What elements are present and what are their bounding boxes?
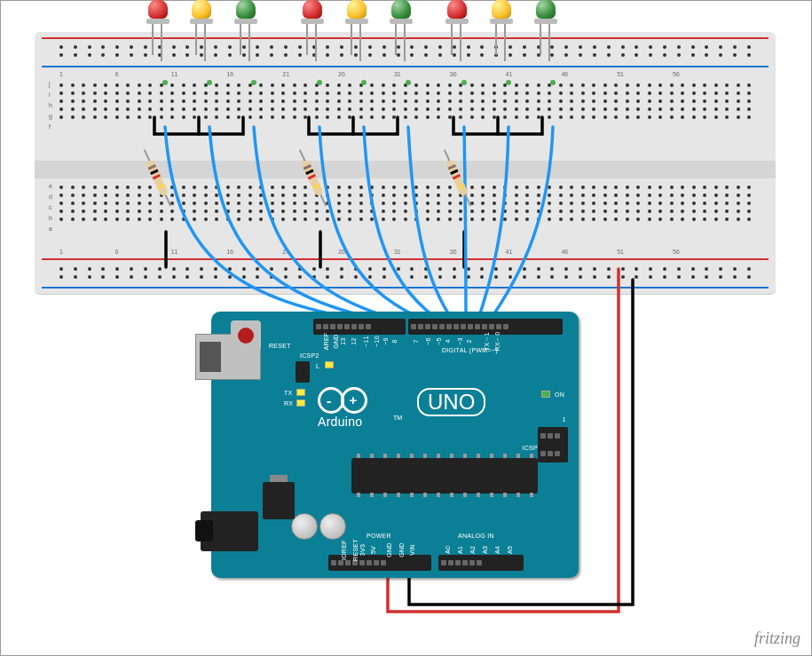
icsp2-label: ICSP2 (300, 352, 319, 359)
row-label: c (49, 204, 52, 210)
led-yellow-2 (344, 0, 369, 33)
capacitor-icon (319, 513, 346, 540)
rail-line-blue (42, 66, 769, 67)
pin-label: ~11 (363, 336, 369, 347)
pin-label: ~3 (457, 337, 463, 345)
pin-label: ~5 (436, 337, 442, 345)
row-label: f (49, 123, 51, 130)
one-label: 1 (563, 416, 566, 423)
pin-label: 4 (445, 339, 451, 343)
rx-led-icon (296, 399, 305, 407)
pin-label: 7 (413, 339, 419, 343)
row-label: e (49, 183, 52, 189)
row-label: g (49, 113, 52, 119)
reset-button (231, 320, 261, 351)
fritzing-credit: fritzing (754, 629, 800, 648)
row-label: i (49, 91, 51, 98)
icsp-header (538, 427, 568, 462)
pin-label: AREF (323, 333, 329, 351)
on-label: ON (555, 391, 564, 398)
row-label: a (49, 225, 52, 232)
capacitor-icon (291, 513, 318, 540)
column-numbers-top: 1611162126313641465156 (59, 71, 751, 78)
column-numbers-bottom: 1611162126313641465156 (59, 249, 751, 256)
row-label: j (49, 81, 51, 87)
led-red-3 (445, 0, 469, 33)
pin-label: ~9 (382, 337, 389, 345)
pin-label: 8 (391, 339, 398, 343)
row-label: d (49, 194, 52, 200)
pin-label: GND (386, 542, 392, 557)
pin-label: GND (398, 542, 405, 557)
pin-label: A3 (482, 546, 488, 554)
rail-line-blue-bottom (42, 287, 769, 288)
tie-points-top (59, 81, 751, 123)
analog-section-label: ANALOG IN (458, 533, 494, 539)
pin-label: A4 (494, 546, 501, 554)
arduino-logo: - + (318, 387, 367, 414)
tx-label: TX (284, 390, 293, 396)
row-label: h (49, 102, 52, 108)
pin-label: 12 (351, 337, 357, 344)
led-red-1 (146, 0, 170, 33)
pin-label: ~10 (374, 336, 380, 347)
l-label: L (316, 363, 319, 369)
led-yellow-1 (189, 0, 214, 33)
icsp-label: ICSP (522, 445, 538, 451)
led-green-2 (389, 0, 414, 33)
led-green-3 (533, 0, 558, 33)
digital-section-label: DIGITAL (PWM=~) (442, 347, 498, 353)
analog-header (438, 555, 524, 571)
reset-label: RESET (269, 343, 291, 349)
row-label: b (49, 215, 52, 221)
rail-line-red-bottom (42, 258, 769, 260)
arduino-model: UNO (417, 388, 485, 416)
pin-label: 13 (340, 337, 346, 344)
tx-led-icon (296, 389, 305, 396)
power-section-label: POWER (367, 533, 391, 539)
l-led-icon (325, 361, 334, 368)
fritzing-diagram: 1611162126313641465156 16111621263136414… (0, 0, 812, 656)
pin-label: 5V (370, 546, 376, 554)
arduino-brand: Arduino (318, 415, 362, 429)
arduino-uno: RESET ICSP2 L TX RX ON ICSP 1 AREF GND 1… (211, 312, 579, 578)
pin-label: A1 (457, 546, 463, 554)
arduino-tm: TM (393, 415, 402, 421)
led-yellow-3 (489, 0, 514, 33)
pin-label: RESET (352, 539, 359, 561)
pin-label: GND (333, 334, 339, 348)
pin-label: ~6 (425, 337, 431, 345)
pin-label: IOREF (341, 540, 347, 560)
power-rail-bottom (59, 265, 751, 283)
led-green-1 (233, 0, 258, 33)
icsp2-header (296, 361, 310, 383)
voltage-regulator (263, 482, 295, 519)
pin-label: VIN (409, 544, 415, 556)
pin-label: A2 (469, 546, 476, 554)
pin-label: A5 (507, 546, 513, 554)
rx-label: RX (284, 400, 293, 407)
pin-label: A0 (445, 546, 451, 554)
on-led-icon (541, 391, 550, 398)
power-jack (201, 511, 258, 551)
atmega-chip (351, 458, 538, 494)
pin-label: 2 (466, 339, 472, 343)
pin-label: 3V3 (359, 544, 366, 556)
led-red-2 (300, 0, 325, 33)
